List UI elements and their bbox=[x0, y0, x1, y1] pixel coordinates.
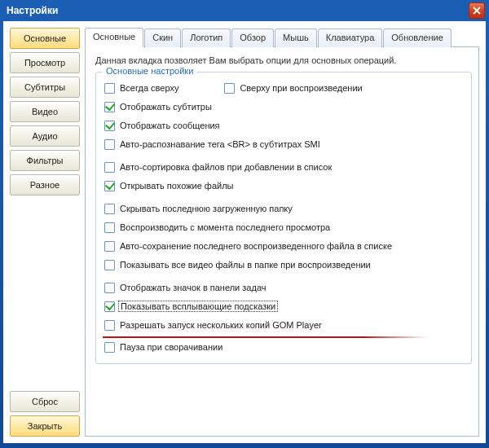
checkbox-12[interactable] bbox=[104, 320, 115, 331]
highlight-underline bbox=[103, 336, 429, 338]
sidebar-item-4[interactable]: Аудио bbox=[10, 125, 80, 147]
checkbox-11[interactable] bbox=[104, 301, 115, 312]
checkbox-label-3[interactable]: Авто-распознавание тега <BR> в субтитрах… bbox=[120, 139, 320, 149]
checkbox-label-5[interactable]: Открывать похожие файлы bbox=[120, 181, 234, 191]
fieldset-legend: Основные настройки bbox=[103, 66, 196, 76]
sidebar-item-0[interactable]: Основные bbox=[10, 28, 80, 49]
checkbox-label-7[interactable]: Воспроизводить с момента последнего прос… bbox=[120, 222, 330, 232]
sidebar-item-5[interactable]: Фильтры bbox=[10, 150, 80, 171]
fieldset-main-settings: Основные настройки Всегда сверхуСверху п… bbox=[95, 72, 472, 364]
window-title: Настройки bbox=[7, 5, 58, 16]
checkbox-label-1[interactable]: Отображать субтитры bbox=[120, 102, 212, 112]
option-row-10: Отображать значок в панели задач bbox=[104, 280, 463, 295]
checkbox-4[interactable] bbox=[104, 162, 115, 173]
checkbox-0[interactable] bbox=[104, 83, 115, 94]
checkbox-label-8[interactable]: Авто-сохранение последнего воспроизведен… bbox=[120, 241, 392, 251]
tab-2[interactable]: Логотип bbox=[182, 29, 231, 47]
option-row-5: Открывать похожие файлы bbox=[104, 178, 463, 193]
sidebar-item-3[interactable]: Видео bbox=[10, 101, 80, 122]
option-row-6: Скрывать последнюю загруженную папку bbox=[104, 201, 463, 216]
checkbox-1[interactable] bbox=[104, 102, 115, 112]
option-row-12: Разрешать запуск нескольких копий GOM Pl… bbox=[104, 318, 463, 332]
option-row-7: Воспроизводить с момента последнего прос… bbox=[104, 220, 463, 235]
checkbox-8[interactable] bbox=[104, 241, 115, 252]
checkbox-label-4[interactable]: Авто-сортировка файлов при добавлении в … bbox=[120, 162, 332, 172]
checkbox-label-11[interactable]: Показывать всплывающие подсказки bbox=[118, 301, 278, 312]
titlebar: Настройки bbox=[0, 0, 489, 21]
checkbox-6[interactable] bbox=[104, 204, 115, 214]
checkbox-label-9[interactable]: Показывать все видео файлы в папке при в… bbox=[120, 260, 371, 270]
tab-6[interactable]: Обновление bbox=[383, 29, 452, 47]
sidebar-item-1[interactable]: Просмотр bbox=[10, 52, 80, 73]
checkbox-label-0[interactable]: Всегда сверху bbox=[120, 83, 178, 93]
checkbox-5[interactable] bbox=[104, 181, 115, 191]
checkbox-0-b[interactable] bbox=[224, 83, 235, 94]
checkbox-label-13[interactable]: Пауза при сворачивании bbox=[120, 342, 222, 352]
option-row-11: Показывать всплывающие подсказки bbox=[104, 299, 463, 314]
option-row-2: Отображать сообщения bbox=[104, 118, 463, 133]
sidebar-item-2[interactable]: Субтитры bbox=[10, 77, 80, 98]
option-row-0: Всегда сверхуСверху при воспроизведении bbox=[104, 81, 463, 95]
panel-description: Данная вкладка позволяет Вам выбрать опц… bbox=[95, 55, 472, 65]
checkbox-label-10[interactable]: Отображать значок в панели задач bbox=[120, 283, 267, 292]
close-icon bbox=[473, 7, 481, 15]
checkbox-2[interactable] bbox=[104, 121, 115, 131]
option-row-9: Показывать все видео файлы в папке при в… bbox=[104, 257, 463, 272]
tabstrip: ОсновныеСкинЛоготипОбзорМышьКлавиатураОб… bbox=[85, 28, 479, 47]
checkbox-10[interactable] bbox=[104, 283, 115, 293]
sidebar: ОсновныеПросмотрСубтитрыВидеоАудиоФильтр… bbox=[10, 28, 80, 437]
checkbox-13[interactable] bbox=[104, 342, 115, 353]
close-button[interactable] bbox=[469, 2, 485, 19]
checkbox-7[interactable] bbox=[104, 222, 115, 233]
checkbox-label-0-b[interactable]: Сверху при воспроизведении bbox=[240, 83, 362, 93]
reset-button[interactable]: Сброс bbox=[10, 391, 80, 412]
tab-5[interactable]: Клавиатура bbox=[318, 29, 383, 47]
tab-panel-general: Данная вкладка позволяет Вам выбрать опц… bbox=[85, 47, 479, 437]
checkbox-label-12[interactable]: Разрешать запуск нескольких копий GOM Pl… bbox=[120, 320, 322, 330]
tab-3[interactable]: Обзор bbox=[231, 29, 274, 47]
checkbox-3[interactable] bbox=[104, 139, 115, 150]
tab-1[interactable]: Скин bbox=[144, 29, 181, 47]
close-settings-button[interactable]: Закрыть bbox=[10, 415, 80, 437]
option-row-13: Пауза при сворачивании bbox=[104, 340, 463, 354]
option-row-3: Авто-распознавание тега <BR> в субтитрах… bbox=[104, 137, 463, 152]
checkbox-label-6[interactable]: Скрывать последнюю загруженную папку bbox=[120, 204, 293, 213]
option-row-4: Авто-сортировка файлов при добавлении в … bbox=[104, 160, 463, 174]
checkbox-label-2[interactable]: Отображать сообщения bbox=[120, 121, 220, 130]
tab-4[interactable]: Мышь bbox=[275, 29, 317, 47]
main-panel: ОсновныеСкинЛоготипОбзорМышьКлавиатураОб… bbox=[85, 28, 479, 437]
tab-0[interactable]: Основные bbox=[85, 28, 143, 47]
checkbox-9[interactable] bbox=[104, 260, 115, 270]
sidebar-item-6[interactable]: Разное bbox=[10, 174, 80, 195]
option-row-1: Отображать субтитры bbox=[104, 99, 463, 114]
option-row-8: Авто-сохранение последнего воспроизведен… bbox=[104, 239, 463, 253]
